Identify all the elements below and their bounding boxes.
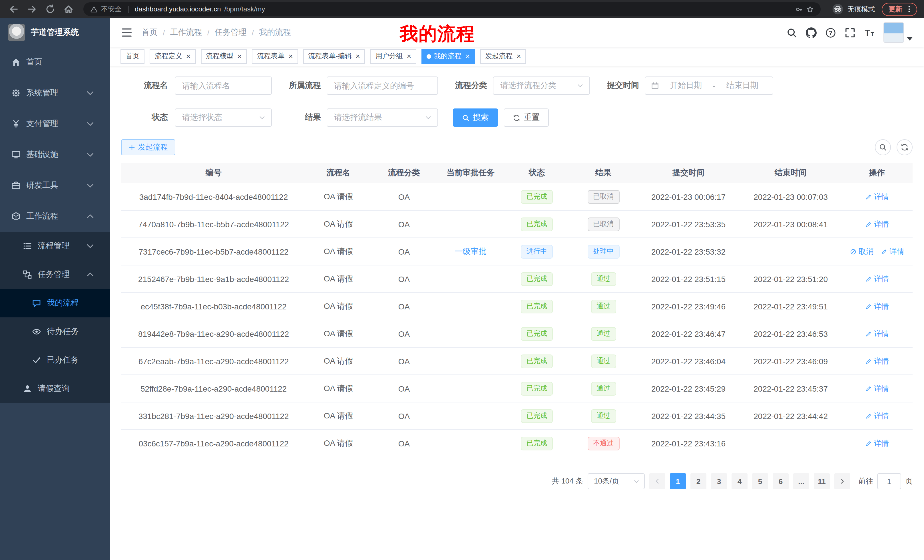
page-button[interactable]: 2 [690,473,706,489]
sidebar-item[interactable]: 待办任务 [0,317,110,346]
cell-status: 已完成 [504,217,570,231]
detail-action-link[interactable]: 详情 [865,219,889,229]
tab-item[interactable]: 流程表单-编辑× [303,49,365,64]
page-button[interactable]: 1 [670,473,686,489]
page-button[interactable]: 5 [752,473,768,489]
breadcrumb-item[interactable]: 首页 [142,27,158,38]
goto-page-input[interactable] [877,473,901,489]
detail-action-link[interactable]: 详情 [865,274,889,284]
breadcrumb-item[interactable]: 任务管理 [215,27,247,38]
edit-icon [865,193,872,200]
menu-fold-icon[interactable] [121,27,132,38]
address-bar[interactable]: 不安全 dashboard.yudao.iocoder.cn /bpm/task… [83,2,820,16]
page-button[interactable]: 6 [772,473,789,489]
close-icon[interactable]: × [186,52,190,60]
detail-action-link[interactable]: 详情 [865,383,889,394]
update-button[interactable]: 更新 [882,3,917,16]
search-button[interactable]: 搜索 [453,108,498,127]
reload-icon[interactable] [45,4,56,14]
detail-action-link[interactable]: 详情 [865,411,889,421]
github-icon[interactable] [806,27,817,38]
breadcrumb-separator: / [252,28,254,37]
page-button[interactable]: 11 [814,473,830,489]
page-size-select[interactable]: 10条/页 [588,473,645,489]
detail-action-link[interactable]: 详情 [880,246,904,257]
chevron-up-icon [86,270,95,279]
next-page-button[interactable] [834,473,850,489]
tab-item[interactable]: 发起流程× [480,49,526,64]
tab-active[interactable]: 我的流程× [422,49,475,64]
sidebar-item[interactable]: 首页 [0,47,110,78]
user-menu[interactable] [884,22,913,43]
tab-item[interactable]: 流程定义× [150,49,196,64]
create-process-button[interactable]: 发起流程 [121,139,176,155]
action-label: 详情 [874,383,889,394]
action-label: 详情 [874,274,889,284]
cell-status: 已完成 [504,436,570,450]
belong-process-input[interactable] [327,76,438,95]
key-icon[interactable] [795,5,803,13]
sidebar-item[interactable]: 我的流程 [0,289,110,317]
fullscreen-icon[interactable] [844,27,855,38]
submit-time-range-picker[interactable]: 开始日期 - 结束日期 [645,76,773,95]
star-icon[interactable] [806,5,814,13]
refresh-table-button[interactable] [897,139,913,155]
edit-icon [865,358,872,364]
close-icon[interactable]: × [288,52,292,60]
app-logo-row[interactable]: 芋道管理系统 [0,18,110,47]
detail-action-link[interactable]: 详情 [865,328,889,339]
category-select[interactable]: 请选择流程分类 [493,76,590,95]
breadcrumb-item[interactable]: 工作流程 [170,27,202,38]
tab-item[interactable]: 流程模型× [201,49,247,64]
column-header: 状态 [504,168,570,178]
prev-page-button[interactable] [650,473,665,489]
table-row: 03c6c157-7b9a-11ec-a290-acde48001122OA 请… [121,430,913,457]
sidebar-item[interactable]: 已办任务 [0,346,110,374]
current-task-link[interactable]: 一级审批 [454,246,486,257]
cell-process-id: 7317cec6-7b9b-11ec-b5b7-acde48001122 [121,247,306,256]
sidebar-item[interactable]: 支付管理 [0,108,110,139]
avatar[interactable] [884,22,904,43]
table-row: 52ffd28e-7b9a-11ec-a290-acde48001122OA 请… [121,375,913,403]
sidebar-item[interactable]: 请假查询 [0,374,110,403]
detail-action-link[interactable]: 详情 [865,301,889,311]
close-icon[interactable]: × [516,52,521,60]
detail-action-link[interactable]: 详情 [865,356,889,366]
result-tag: 通过 [591,299,616,313]
status-select[interactable]: 请选择状态 [175,108,272,127]
toggle-search-button[interactable] [875,139,891,155]
sidebar-item[interactable]: 基础设施 [0,139,110,170]
close-icon[interactable]: × [465,52,470,60]
sidebar-item[interactable]: 任务管理 [0,260,110,289]
page-button[interactable]: 4 [732,473,747,489]
cancel-action-link[interactable]: 取消 [849,246,873,257]
result-tag: 通过 [591,382,616,395]
menu-dots-icon[interactable] [905,5,913,13]
sidebar-item[interactable]: 研发工具 [0,170,110,201]
tab-label: 流程模型 [206,51,233,61]
reset-button[interactable]: 重置 [504,108,549,127]
close-icon[interactable]: × [237,52,242,60]
tab-item[interactable]: 首页 [120,49,144,64]
result-select[interactable]: 请选择流结果 [327,108,438,127]
close-icon[interactable]: × [407,52,411,60]
font-size-icon[interactable]: TT [864,27,875,38]
tab-item[interactable]: 流程表单× [252,49,298,64]
close-icon[interactable]: × [356,52,360,60]
sidebar-item[interactable]: 流程管理 [0,232,110,260]
tab-item[interactable]: 用户分组× [370,49,416,64]
back-icon[interactable] [9,4,19,14]
sidebar-item[interactable]: 系统管理 [0,78,110,108]
cell-end-time: 2022-01-22 23:46:09 [740,356,841,365]
help-icon[interactable]: ? [825,27,836,38]
process-name-input[interactable] [175,76,272,95]
detail-action-link[interactable]: 详情 [865,192,889,202]
browser-home-icon[interactable] [63,4,74,14]
detail-action-link[interactable]: 详情 [865,438,889,448]
status-tag: 已完成 [521,299,553,313]
more-pages-button[interactable]: ... [793,473,809,489]
forward-icon[interactable] [27,4,37,14]
sidebar-item[interactable]: 工作流程 [0,201,110,232]
page-button[interactable]: 3 [711,473,727,489]
search-icon[interactable] [786,27,797,38]
